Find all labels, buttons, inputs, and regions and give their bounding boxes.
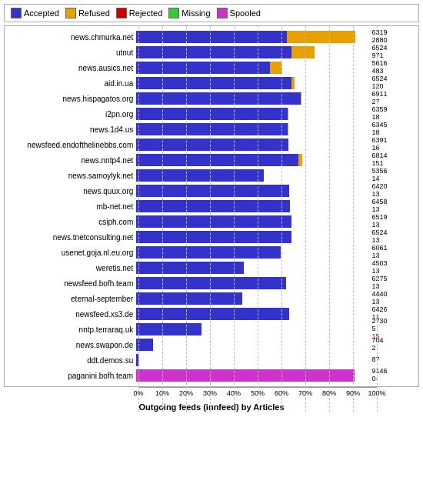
row-label: news.nntp4.net <box>5 156 136 165</box>
row-label: news.1d4.us <box>5 125 136 134</box>
legend-accepted: Accepted <box>11 8 59 18</box>
row-values: 535614 <box>369 168 418 183</box>
row-label: news.ausics.net <box>5 64 136 72</box>
bar-area <box>136 369 369 382</box>
row-label: news.quux.org <box>5 187 136 195</box>
row-values: 5616483 <box>369 60 418 75</box>
accepted-segment <box>136 277 286 289</box>
row-label: newsfeed.bofh.team <box>5 279 136 288</box>
legend-missing: Missing <box>168 8 210 18</box>
refused-segment <box>288 123 288 135</box>
bar-area <box>136 92 369 105</box>
refused-segment <box>287 31 355 43</box>
x-tick-label: 90% <box>346 389 360 397</box>
row-label: ddt.demos.su <box>5 356 136 365</box>
row-values: 627513 <box>369 275 418 291</box>
row-values: 6524120 <box>369 75 418 91</box>
bar-area <box>136 200 369 212</box>
table-row: newsfeed.endofthelinebbs.com639116 <box>5 138 418 152</box>
row-label: aid.in.ua <box>5 79 136 88</box>
refused-color <box>65 8 76 18</box>
refused-segment <box>298 154 302 166</box>
row-values: 450313 <box>369 260 418 275</box>
accepted-segment <box>136 139 288 151</box>
table-row: aid.in.ua6524120 <box>5 76 418 90</box>
table-row: i2pn.org635918 <box>5 107 418 121</box>
table-row: news.nntp4.net6814151 <box>5 153 418 167</box>
x-tick-label: 40% <box>227 389 241 397</box>
x-tick-label: 0% <box>133 389 143 397</box>
table-row: news.hispagatos.org691127 <box>5 92 418 105</box>
chart-container: Accepted Refused Rejected Missing Spoole… <box>0 0 423 504</box>
row-values: 7042 <box>369 337 418 352</box>
row-values: 651913 <box>369 214 418 229</box>
x-tick-label: 80% <box>322 389 336 397</box>
accepted-segment <box>136 169 264 182</box>
row-label: newsfeed.endofthelinebbs.com <box>5 141 136 149</box>
bar-area <box>136 123 369 135</box>
legend-refused: Refused <box>65 8 110 18</box>
accepted-label: Accepted <box>24 8 59 18</box>
table-row: news.quux.org642013 <box>5 184 418 198</box>
accepted-segment <box>136 123 288 135</box>
x-tick-label: 50% <box>251 389 265 397</box>
bar-area <box>136 77 369 89</box>
table-row: usenet.goja.nl.eu.org606113 <box>5 245 418 259</box>
bar-area <box>136 292 369 305</box>
x-tick-label: 70% <box>298 389 312 397</box>
row-values: 606113 <box>369 245 418 260</box>
spooled-label: Spooled <box>230 8 261 18</box>
bar-area <box>136 339 369 351</box>
table-row: paganini.bofh.team91460- <box>5 369 418 382</box>
bar-area <box>136 185 369 197</box>
table-row: news.ausics.net5616483 <box>5 61 418 75</box>
row-values: 645813 <box>369 199 418 214</box>
accepted-segment <box>136 339 153 351</box>
bar-area <box>136 231 369 243</box>
bar-area <box>136 308 369 320</box>
bar-area <box>136 169 369 182</box>
row-values: 642013 <box>369 183 418 199</box>
bar-area <box>136 262 369 274</box>
legend: Accepted Refused Rejected Missing Spoole… <box>4 4 419 22</box>
table-row: ddt.demos.su87 <box>5 353 418 367</box>
refused-segment <box>301 92 301 105</box>
bar-area <box>136 31 369 43</box>
table-row: csiph.com651913 <box>5 215 418 229</box>
table-row: news.swapon.de7042 <box>5 338 418 352</box>
row-label: utnut <box>5 48 136 57</box>
missing-color <box>168 8 179 18</box>
row-values: 6524971 <box>369 45 418 60</box>
table-row: newsfeed.xs3.de642611 <box>5 307 418 321</box>
bar-area <box>136 108 369 120</box>
accepted-segment <box>136 108 288 120</box>
table-row: utnut6524971 <box>5 45 418 59</box>
rejected-color <box>116 8 127 18</box>
row-label: mb-net.net <box>5 202 136 211</box>
table-row: nntp.terraraq.uk2730515 <box>5 322 418 336</box>
bar-area <box>136 323 369 335</box>
accepted-segment <box>136 200 290 212</box>
row-values: 652413 <box>369 229 418 245</box>
row-values: 691127 <box>369 91 418 106</box>
accepted-segment <box>136 308 289 320</box>
table-row: eternal-september444013 <box>5 292 418 305</box>
row-values: 635918 <box>369 106 418 122</box>
row-values: 6814151 <box>369 152 418 168</box>
row-label: news.tnetconsulting.net <box>5 233 136 242</box>
bar-area <box>136 277 369 289</box>
x-tick-label: 20% <box>179 389 193 397</box>
bar-area <box>136 139 369 151</box>
x-tick-label: 30% <box>203 389 217 397</box>
row-label: newsfeed.xs3.de <box>5 310 136 319</box>
accepted-segment <box>136 292 242 305</box>
row-label: news.hispagatos.org <box>5 95 136 103</box>
table-row: mb-net.net645813 <box>5 199 418 213</box>
chart-area: news.chmurka.net63192880utnut6524971news… <box>4 25 419 387</box>
accepted-segment <box>136 215 291 228</box>
x-tick-label: 60% <box>275 389 288 397</box>
missing-label: Missing <box>182 8 210 18</box>
table-row: news.samoylyk.net535614 <box>5 169 418 182</box>
accepted-segment <box>136 77 291 89</box>
row-label: news.swapon.de <box>5 341 136 349</box>
